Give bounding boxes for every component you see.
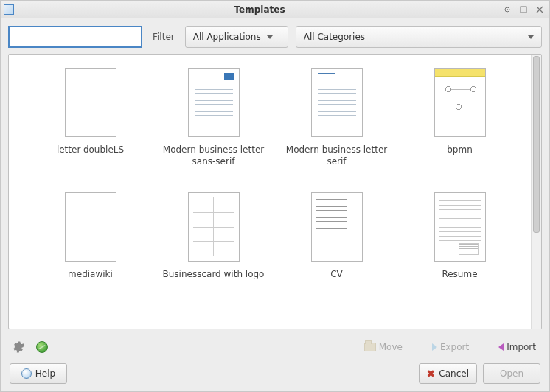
help-label: Help [35,368,55,379]
categories-dropdown-label: All Categories [304,32,365,42]
help-icon [21,368,32,379]
scrollbar[interactable] [531,55,541,329]
applications-dropdown[interactable]: All Applications [185,26,288,48]
template-item[interactable]: mediawiki [32,192,148,281]
template-thumbnail [188,68,240,137]
template-name: bpmn [447,144,473,156]
move-button: Move [360,338,407,356]
applications-dropdown-label: All Applications [193,32,261,42]
separator [9,290,541,290]
titlebar: Templates [1,1,549,18]
help-button[interactable]: Help [10,363,67,384]
svg-rect-2 [521,7,526,13]
template-name: Resume [442,269,477,281]
categories-dropdown[interactable]: All Categories [296,26,542,48]
template-item[interactable]: Businesscard with logo [156,192,271,281]
svg-point-1 [507,9,508,10]
export-label: Export [440,342,469,352]
cancel-label: Cancel [439,368,469,379]
cancel-icon: ✖ [427,368,436,379]
template-thumbnail [311,68,363,137]
import-label: Import [507,342,536,352]
template-thumbnail [434,68,486,137]
export-arrow-icon [432,343,437,351]
template-name: mediawiki [68,269,113,281]
template-item[interactable]: CV [279,192,394,281]
template-item[interactable]: Modern business letter serif [279,68,394,167]
window-title: Templates [18,4,501,15]
chevron-down-icon [528,35,534,39]
scrollbar-thumb[interactable] [533,56,540,233]
maximize-icon[interactable] [517,4,530,15]
open-label: Open [500,368,523,379]
template-thumbnail [434,192,486,262]
template-thumbnail [65,68,116,137]
folder-icon [364,343,376,351]
template-name: letter-doubleLS [57,144,124,156]
template-item[interactable]: Resume [402,192,518,281]
template-list: letter-doubleLS Modern business letter s… [8,54,542,329]
template-name: Businesscard with logo [163,269,265,281]
settings-button[interactable] [10,338,27,356]
globe-icon [36,341,48,353]
template-thumbnail [188,192,240,262]
minimize-icon[interactable] [501,4,514,15]
move-label: Move [379,342,403,352]
template-name: Modern business letter serif [282,144,392,167]
gear-icon [12,340,25,354]
template-item[interactable]: letter-doubleLS [32,68,148,167]
window-controls [501,4,546,15]
dialog-buttons: Help ✖ Cancel Open [1,359,549,391]
template-name: CV [330,269,343,281]
template-grid: letter-doubleLS Modern business letter s… [9,55,531,287]
cancel-button[interactable]: ✖ Cancel [419,363,477,384]
filter-bar: Filter All Applications All Categories [1,18,549,54]
search-input[interactable] [8,26,142,48]
chevron-down-icon [267,35,273,39]
close-icon[interactable] [533,4,546,15]
export-button: Export [428,338,473,356]
template-name: Modern business letter sans-serif [159,144,269,167]
template-item[interactable]: bpmn [402,68,518,167]
action-toolbar: Move Export Import [1,334,549,359]
filter-label: Filter [150,32,178,42]
template-thumbnail [65,192,116,262]
window-icon [4,4,14,15]
browse-online-button[interactable] [33,338,51,356]
import-arrow-icon [498,343,504,351]
templates-dialog: Templates Filter All Applications All Ca… [0,0,550,392]
template-thumbnail [311,192,363,262]
template-item[interactable]: Modern business letter sans-serif [156,68,271,167]
import-button[interactable]: Import [494,338,540,356]
open-button: Open [483,363,540,384]
